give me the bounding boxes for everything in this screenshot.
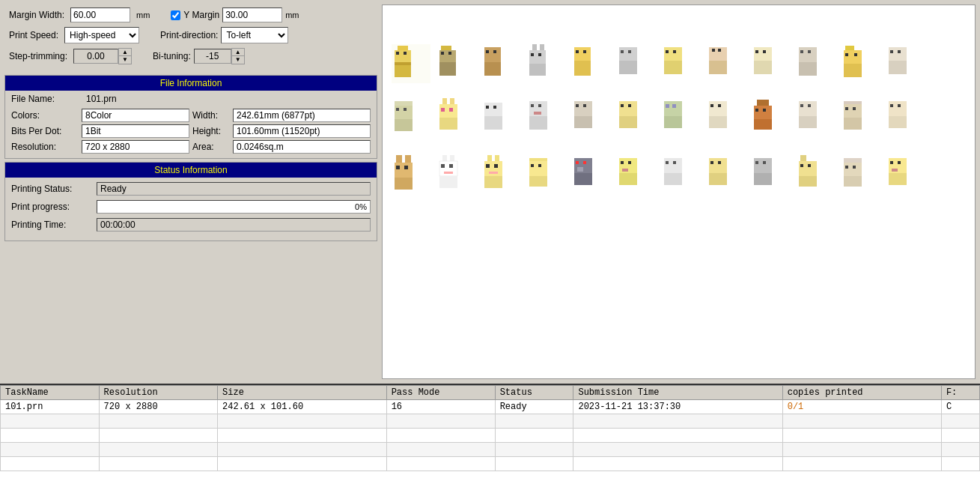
bi-tuning-down[interactable]: ▼ — [232, 56, 244, 64]
bi-tuning-input[interactable] — [194, 49, 231, 64]
svg-rect-97 — [800, 104, 803, 107]
svg-rect-164 — [853, 166, 856, 169]
colors-item: Colors: 8Color — [11, 109, 189, 122]
step-trimming-down[interactable]: ▼ — [119, 56, 131, 64]
svg-rect-51 — [889, 47, 907, 61]
svg-rect-57 — [396, 108, 399, 111]
y-margin-input[interactable] — [222, 7, 282, 22]
svg-rect-86 — [664, 116, 682, 128]
svg-rect-95 — [754, 119, 772, 130]
cell-taskname: 101.prn — [1, 400, 100, 414]
svg-rect-94 — [763, 109, 766, 112]
svg-rect-28 — [628, 50, 631, 53]
col-submission-time: Submission Time — [573, 386, 782, 400]
bottom-table-container: TaskName Resolution Size Pass Mode Statu… — [0, 384, 980, 481]
svg-rect-154 — [763, 161, 766, 164]
svg-rect-48 — [845, 53, 848, 56]
svg-rect-19 — [531, 53, 534, 56]
preview-svg — [383, 44, 975, 359]
task-table-body: 101.prn 720 x 2880 242.61 x 101.60 16 Re… — [1, 400, 980, 471]
print-speed-row: Print Speed: High-speed Standard Low Pri… — [9, 27, 373, 43]
svg-rect-69 — [484, 116, 502, 130]
bi-tuning-up[interactable]: ▲ — [232, 49, 244, 56]
table-row-empty — [1, 443, 980, 457]
svg-rect-22 — [574, 47, 591, 61]
table-row[interactable]: 101.prn 720 x 2880 242.61 x 101.60 16 Re… — [1, 400, 980, 414]
svg-rect-15 — [484, 62, 501, 76]
step-trimming-spinner: ▲ ▼ — [73, 48, 132, 64]
svg-rect-21 — [529, 64, 546, 76]
height-item: Height: 101.60mm (11520pt) — [192, 124, 371, 138]
printing-status-row: Printing Status: Ready — [11, 182, 371, 196]
svg-rect-145 — [666, 161, 669, 164]
status-info-panel: Status Information Printing Status: Read… — [4, 162, 377, 241]
svg-rect-90 — [709, 116, 727, 128]
area-label: Area: — [192, 142, 230, 152]
svg-rect-11 — [439, 62, 456, 76]
svg-rect-74 — [529, 116, 547, 130]
svg-rect-101 — [844, 104, 862, 118]
step-trimming-up[interactable]: ▲ — [119, 49, 131, 56]
svg-rect-20 — [538, 53, 541, 56]
svg-rect-93 — [755, 109, 758, 112]
preview-top-space — [383, 5, 975, 44]
cell-f: C — [941, 400, 979, 414]
svg-rect-146 — [673, 161, 676, 164]
svg-rect-99 — [799, 116, 817, 128]
margin-width-input[interactable] — [70, 7, 130, 22]
svg-rect-14 — [493, 50, 496, 53]
svg-rect-46 — [845, 46, 854, 50]
svg-rect-37 — [709, 61, 727, 74]
width-label: Width: — [192, 110, 230, 121]
col-resolution: Resolution — [99, 386, 217, 400]
left-panel: Margin Width: mm Y Margin mm Print Speed… — [0, 0, 382, 384]
resolution-item: Resolution: 720 x 2880 — [11, 140, 189, 154]
svg-rect-137 — [577, 167, 583, 172]
svg-rect-132 — [538, 164, 541, 167]
svg-rect-54 — [889, 61, 907, 74]
print-direction-select[interactable]: To-left To-right Bi-directional — [221, 27, 288, 43]
svg-rect-168 — [898, 161, 901, 164]
col-passmode: Pass Mode — [386, 386, 495, 400]
status-info-header: Status Information — [5, 163, 377, 178]
svg-rect-114 — [395, 178, 413, 190]
svg-rect-79 — [619, 101, 637, 116]
cell-passmode: 16 — [386, 400, 495, 414]
svg-rect-91 — [757, 100, 769, 106]
svg-rect-49 — [854, 53, 857, 56]
svg-rect-107 — [898, 104, 901, 107]
step-trimming-row: Step-trimming: ▲ ▼ Bi-tuning: — [9, 48, 373, 64]
top-section: Margin Width: mm Y Margin mm Print Speed… — [0, 0, 980, 384]
svg-rect-100 — [844, 101, 862, 104]
svg-rect-96 — [799, 101, 817, 116]
cell-resolution: 720 x 2880 — [99, 400, 217, 414]
svg-rect-83 — [664, 101, 682, 116]
svg-rect-112 — [396, 166, 400, 169]
table-row-empty — [1, 429, 980, 443]
height-value: 101.60mm (11520pt) — [233, 124, 371, 138]
main-container: Margin Width: mm Y Margin mm Print Speed… — [0, 0, 980, 481]
svg-rect-64 — [449, 108, 453, 112]
step-trimming-input[interactable] — [73, 49, 118, 64]
table-row-empty — [1, 457, 980, 471]
svg-rect-73 — [534, 112, 541, 115]
svg-rect-63 — [441, 108, 445, 112]
printing-time-label: Printing Time: — [11, 220, 94, 230]
svg-rect-121 — [439, 176, 457, 188]
svg-rect-9 — [441, 52, 444, 55]
print-speed-select[interactable]: High-speed Standard Low — [64, 27, 139, 43]
svg-rect-148 — [709, 158, 727, 173]
right-panel — [382, 4, 976, 379]
svg-rect-106 — [890, 104, 893, 107]
svg-rect-98 — [808, 104, 811, 107]
bi-tuning-label: Bi-tuning: — [153, 51, 191, 61]
svg-rect-151 — [709, 173, 727, 185]
printing-time-row: Printing Time: 00:00:00 — [11, 218, 371, 232]
svg-rect-127 — [489, 172, 498, 174]
progress-bar-container: 0% — [97, 200, 371, 214]
y-margin-checkbox[interactable] — [171, 10, 180, 20]
svg-rect-135 — [576, 161, 579, 164]
y-margin-unit: mm — [285, 10, 299, 19]
svg-rect-76 — [576, 104, 579, 107]
svg-rect-39 — [755, 50, 758, 53]
